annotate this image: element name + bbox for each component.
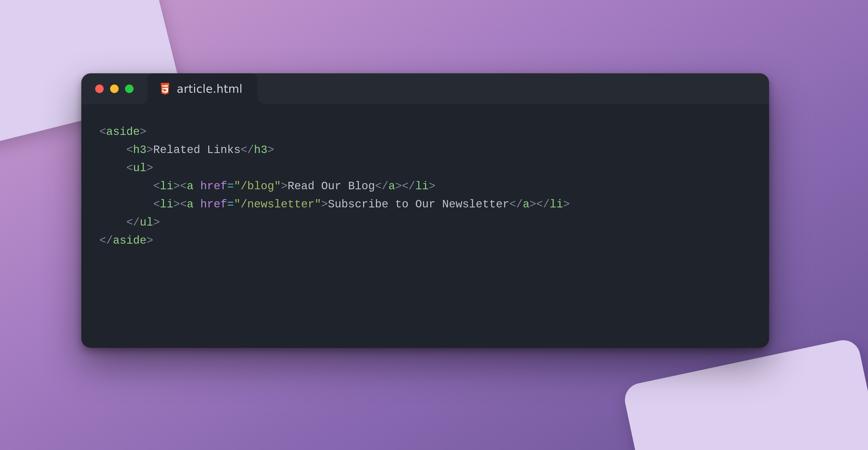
- html5-icon: [160, 83, 170, 95]
- tab-filename: article.html: [177, 82, 243, 95]
- decorative-shape-bottom-right: [622, 337, 868, 450]
- code-line: <ul>: [126, 162, 153, 175]
- code-line: <li><a href="/blog">Read Our Blog</a></l…: [153, 180, 436, 193]
- minimize-button[interactable]: [110, 85, 119, 93]
- window-titlebar: article.html: [81, 73, 769, 104]
- code-editor-window: article.html <aside> <h3>Related Links</…: [81, 73, 769, 348]
- zoom-button[interactable]: [125, 85, 133, 93]
- stage: article.html <aside> <h3>Related Links</…: [0, 0, 868, 450]
- code-line: </aside>: [99, 234, 153, 247]
- code-area[interactable]: <aside> <h3>Related Links</h3> <ul> <li>…: [81, 104, 769, 268]
- editor-tab[interactable]: article.html: [148, 73, 257, 104]
- code-line: <li><a href="/newsletter">Subscribe to O…: [153, 198, 570, 211]
- code-line: <aside>: [99, 126, 146, 138]
- code-line: <h3>Related Links</h3>: [126, 144, 274, 156]
- code-line: </ul>: [126, 216, 160, 229]
- close-button[interactable]: [95, 85, 104, 93]
- window-controls: [81, 73, 148, 104]
